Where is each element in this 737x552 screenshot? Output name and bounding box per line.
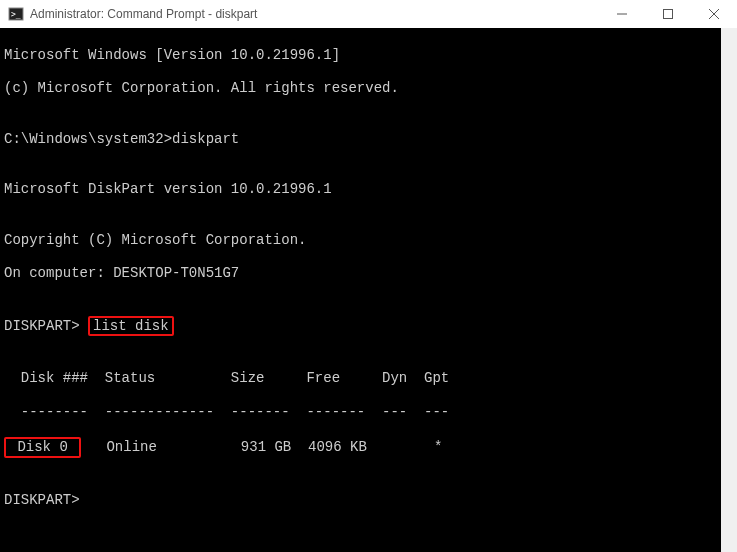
- svg-rect-3: [664, 10, 673, 19]
- diskpart-prompt: DISKPART>: [4, 318, 88, 334]
- window-controls: [599, 0, 737, 28]
- maximize-button[interactable]: [645, 0, 691, 28]
- svg-text:>_: >_: [11, 10, 21, 19]
- prompt-path: C:\Windows\system32>: [4, 131, 172, 147]
- table-row-values: Online 931 GB 4096 KB *: [81, 439, 442, 455]
- terminal-line: C:\Windows\system32>diskpart: [4, 131, 733, 148]
- minimize-button[interactable]: [599, 0, 645, 28]
- vertical-scrollbar[interactable]: [721, 28, 737, 552]
- terminal-line: On computer: DESKTOP-T0N51G7: [4, 265, 733, 282]
- terminal-line: DISKPART> list disk: [4, 316, 733, 337]
- highlighted-disk: Disk 0: [4, 437, 81, 458]
- terminal-line: Copyright (C) Microsoft Corporation.: [4, 232, 733, 249]
- close-button[interactable]: [691, 0, 737, 28]
- highlighted-command: list disk: [88, 316, 174, 337]
- table-divider: -------- ------------- ------- ------- -…: [4, 404, 733, 421]
- window-title: Administrator: Command Prompt - diskpart: [30, 7, 599, 21]
- terminal-line: Microsoft Windows [Version 10.0.21996.1]: [4, 47, 733, 64]
- table-row: Disk 0 Online 931 GB 4096 KB *: [4, 437, 733, 458]
- table-header: Disk ### Status Size Free Dyn Gpt: [4, 370, 733, 387]
- diskpart-prompt: DISKPART>: [4, 492, 733, 509]
- command-prompt-window: >_ Administrator: Command Prompt - diskp…: [0, 0, 737, 552]
- cmd-icon: >_: [8, 6, 24, 22]
- terminal-line: (c) Microsoft Corporation. All rights re…: [4, 80, 733, 97]
- terminal-area[interactable]: Microsoft Windows [Version 10.0.21996.1]…: [0, 28, 737, 552]
- command-text: diskpart: [172, 131, 239, 147]
- titlebar: >_ Administrator: Command Prompt - diskp…: [0, 0, 737, 28]
- terminal-line: Microsoft DiskPart version 10.0.21996.1: [4, 181, 733, 198]
